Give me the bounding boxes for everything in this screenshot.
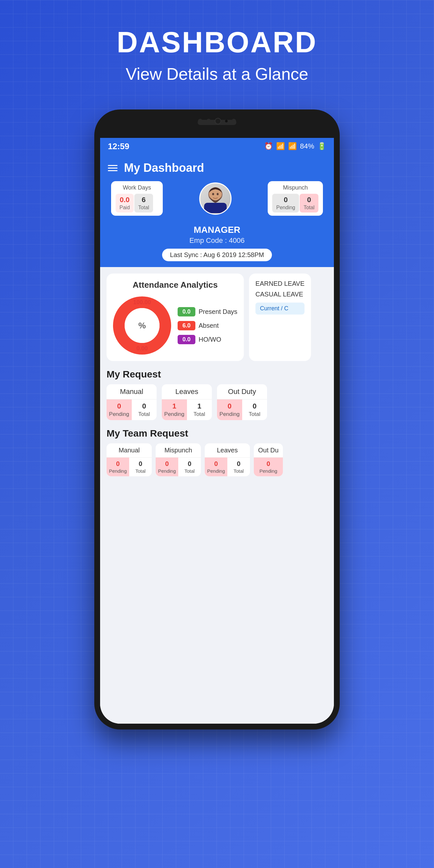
team-mispunch-pending-item: 0 Pending [156,458,178,476]
team-mispunch-values: 0 Pending 0 Total [156,458,201,476]
outduty-total-num: 0 [244,402,266,410]
donut-chart: 100.00 % 0.00 [113,297,171,354]
present-badge: 0.0 [178,307,195,316]
current-button[interactable]: Current / C [255,303,305,314]
battery-icon: 🔋 [317,142,326,151]
app-content[interactable]: Attendance Analytics 100.00 [100,267,334,724]
phone-camera-area [100,115,334,124]
total-label: Total [138,205,149,211]
hamburger-line-3 [108,170,118,171]
attendance-card: Attendance Analytics 100.00 [106,274,244,361]
phone-top-bar [100,115,334,138]
mispunch-total-label: Total [304,205,314,211]
team-leaves-values: 0 Pending 0 Total [205,458,250,476]
paid-number: 0.0 [120,196,130,204]
wifi-icon: 📶 [276,142,285,151]
camera-dot-3 [231,119,236,123]
signal-icon: 📶 [288,142,297,151]
camera-sensor [225,120,228,122]
outduty-header: Out Duty [217,384,267,399]
team-manual-total-num: 0 [130,460,151,468]
work-days-label: Work Days [116,184,158,191]
battery-text: 84% [300,142,314,151]
present-label: Present Days [198,308,237,315]
howo-label: HO/WO [198,336,221,343]
total-value-item: 6 Total [134,194,153,213]
leaves-header: Leaves [162,384,212,399]
team-manual-total-item: 0 Total [129,458,152,476]
team-manual-card: Manual 0 Pending 0 Total [106,443,152,476]
bottom-spacer [106,476,328,489]
app-screen: My Dashboard Work Days 0.0 Paid 6 Total [100,155,334,724]
team-leaves-pending-label: Pending [206,468,226,474]
team-mispunch-total-label: Total [180,468,199,474]
team-outduty-header: Out Du [254,443,283,458]
manual-pending-label: Pending [108,411,130,417]
manual-values: 0 Pending 0 Total [106,399,157,420]
mispunch-pending-item: 0 Pending [272,194,299,213]
mispunch-card: Mispunch 0 Pending 0 Total [268,181,323,216]
team-mispunch-total-num: 0 [180,460,199,468]
svg-rect-1 [204,203,227,213]
team-leaves-pending-num: 0 [206,460,226,468]
avatar [199,182,231,215]
team-request-title: My Team Request [106,428,328,439]
paid-value-item: 0.0 Paid [116,194,134,213]
leaves-pending-label: Pending [164,411,185,417]
team-manual-pending-label: Pending [108,468,128,474]
hamburger-menu-button[interactable] [108,165,118,171]
manual-pending-num: 0 [108,402,130,410]
my-request-title: My Request [106,369,328,380]
team-outduty-pending-item: 0 Pending [254,458,283,476]
manual-total-label: Total [134,411,155,417]
howo-badge: 0.0 [178,335,195,344]
manual-pending-item: 0 Pending [106,399,132,420]
page-subtitle: View Details at a Glance [117,64,317,84]
my-request-manual-card: Manual 0 Pending 0 Total [106,384,157,420]
legend-present: 0.0 Present Days [178,307,237,316]
hamburger-line-1 [108,165,118,166]
donut-legend-row: 100.00 % 0.00 0.0 Present Days [113,297,237,354]
team-leaves-header: Leaves [205,443,250,458]
analytics-cards-row: Attendance Analytics 100.00 [106,274,328,361]
paid-label: Paid [120,205,130,211]
manual-total-num: 0 [134,402,155,410]
camera-dot-2 [206,119,211,123]
hamburger-line-2 [108,167,118,168]
team-leaves-card: Leaves 0 Pending 0 Total [205,443,250,476]
status-icons: ⏰ 📶 📶 84% 🔋 [264,142,326,151]
page-title-section: DASHBOARD View Details at a Glance [117,26,317,84]
status-bar: 12:59 ⏰ 📶 📶 84% 🔋 [100,138,334,155]
legend-absent: 6.0 Absent [178,321,237,330]
team-outduty-pending-label: Pending [255,468,282,474]
my-request-leaves-card: Leaves 1 Pending 1 Total [162,384,212,420]
donut-bottom-label: 0.00 [136,345,148,352]
team-leaves-total-item: 0 Total [227,458,250,476]
outduty-pending-item: 0 Pending [217,399,242,420]
outduty-pending-num: 0 [219,402,240,410]
alarm-icon: ⏰ [264,142,273,151]
status-time: 12:59 [108,142,129,151]
outduty-total-item: 0 Total [242,399,268,420]
manual-header: Manual [106,384,157,399]
absent-badge: 6.0 [178,321,195,330]
mispunch-label: Mispunch [272,184,318,191]
page-title: DASHBOARD [117,26,317,59]
total-number: 6 [138,196,149,204]
earned-leave-row: EARNED LEAVE [255,280,305,287]
mispunch-total-item: 0 Total [300,194,318,213]
team-manual-header: Manual [106,443,152,458]
team-leaves-total-label: Total [228,468,249,474]
sync-badge: Last Sync : Aug 6 2019 12:58PM [162,249,272,261]
mispunch-values: 0 Pending 0 Total [272,194,318,213]
team-outduty-card-partial: Out Du 0 Pending [254,443,283,476]
work-days-card: Work Days 0.0 Paid 6 Total [111,181,163,216]
leaves-total-item: 1 Total [187,399,212,420]
team-mispunch-header: Mispunch [156,443,201,458]
profile-name: MANAGER [100,225,334,235]
leave-card: EARNED LEAVE CASUAL LEAVE Current / C [249,274,311,361]
legend: 0.0 Present Days 6.0 Absent 0.0 HO/WO [178,307,237,344]
leaves-total-label: Total [189,411,210,417]
avatar-container [199,182,231,215]
leaves-total-num: 1 [189,402,210,410]
